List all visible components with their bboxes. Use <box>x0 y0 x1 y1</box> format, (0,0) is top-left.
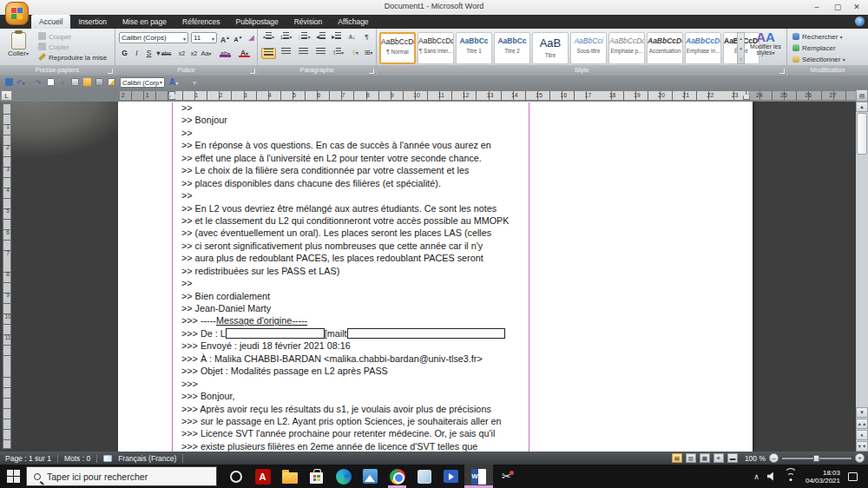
change-styles-button[interactable]: AA Modifier les styles▾ <box>746 30 785 66</box>
films-tv-icon[interactable] <box>437 465 464 488</box>
style-sans-interligne[interactable]: AaBbCcDd¶ Sans inter... <box>418 32 454 64</box>
edit-icon[interactable] <box>106 78 116 88</box>
ruler-toggle-icon[interactable]: ▤ <box>856 89 868 102</box>
doc-line[interactable]: >>> Bonjour, <box>181 390 702 402</box>
doc-line[interactable]: >>> Envoyé : jeudi 18 février 2021 08:16 <box>181 340 702 352</box>
replace-button[interactable]: Remplacer <box>792 43 836 54</box>
print-preview-icon[interactable] <box>69 78 80 88</box>
page-indicator[interactable]: Page : 1 sur 1 <box>5 454 51 463</box>
scrollbar-thumb[interactable] <box>857 113 867 155</box>
paste-button[interactable]: Coller▾ <box>3 31 33 64</box>
sort-button[interactable]: A↓ <box>345 32 359 43</box>
word-count[interactable]: Mots : 0 <box>64 454 90 463</box>
doc-line[interactable]: >> <box>181 102 702 114</box>
dialog-launcher-icon[interactable] <box>369 69 374 74</box>
taskbar-search-input[interactable]: Taper ici pour rechercher <box>26 466 217 486</box>
dialog-launcher-icon[interactable] <box>779 69 785 74</box>
zoom-in-button[interactable]: + <box>855 453 865 463</box>
show-paragraph-marks-button[interactable]: ¶ <box>359 32 374 43</box>
doc-line[interactable]: >>> À : Malika CHABBI-BARDAN <malika.cha… <box>181 353 702 365</box>
doc-line[interactable]: >>> existe plusieurs filières en 2eme an… <box>181 440 702 452</box>
borders-button[interactable]: ⊞▾ <box>361 48 376 59</box>
doc-line[interactable]: >> Jean-Daniel Marty <box>181 302 702 314</box>
close-button[interactable]: ✕ <box>847 1 866 13</box>
bold-button[interactable]: G <box>119 48 130 59</box>
style-gallery-scroll[interactable]: ▴▾▿ <box>737 32 745 64</box>
print-icon[interactable] <box>94 78 104 88</box>
doc-line[interactable]: >>> <box>181 378 702 390</box>
help-icon[interactable]: ? <box>855 16 865 26</box>
microsoft-store-icon[interactable] <box>303 465 330 488</box>
font-family-combo[interactable]: ▾Calibri (Corps) <box>119 32 188 43</box>
vertical-scrollbar[interactable]: ▤ ▲ ▼ ▲▲ ● ▼▼ <box>856 89 868 452</box>
print-layout-view-button[interactable]: ▤ <box>672 453 682 463</box>
style-emphase-pale[interactable]: AaBbCcDdEmphase p... <box>608 32 645 64</box>
style-normal[interactable]: AaBbCcDd¶ Normal <box>379 32 416 64</box>
cortana-icon[interactable] <box>222 465 249 488</box>
style-titre[interactable]: AaBTitre <box>532 32 569 64</box>
open-folder-icon[interactable] <box>82 78 92 88</box>
web-layout-view-button[interactable]: ▦ <box>700 453 710 463</box>
change-case-button[interactable]: Aa▾ <box>201 48 212 59</box>
scroll-up-icon[interactable]: ▲ <box>856 102 868 112</box>
grow-font-button[interactable]: A▲ <box>220 32 231 43</box>
undo-icon[interactable]: ↶▾ <box>16 78 26 88</box>
doc-line[interactable]: >> <box>181 127 702 139</box>
dialog-launcher-icon[interactable] <box>108 69 113 74</box>
doc-line[interactable]: >> <box>181 189 702 201</box>
style-emphase-intense[interactable]: AaBbCcDcEmphase in... <box>685 32 721 64</box>
tab-mise-en-page[interactable]: Mise en page <box>115 15 174 29</box>
shrink-font-button[interactable]: A▼ <box>233 32 244 43</box>
volume-icon[interactable] <box>767 472 777 481</box>
draft-view-button[interactable]: ▬ <box>727 453 738 463</box>
doc-line[interactable]: >>> sur le passage en L2. Ayant pris opt… <box>181 415 702 427</box>
doc-line[interactable]: >>> Licence SVT l'année prochaine pour r… <box>181 427 702 439</box>
word-taskbar-icon[interactable]: W <box>464 465 493 488</box>
justify-button[interactable] <box>313 48 328 59</box>
qat-font-combo[interactable]: ▾Calibri (Corp <box>120 77 165 88</box>
select-button[interactable]: Sélectionner ▾ <box>792 54 845 65</box>
superscript-button[interactable]: x2 <box>188 48 200 59</box>
browse-object-icon[interactable]: ● <box>856 430 868 440</box>
fullscreen-view-button[interactable]: ▥ <box>686 453 696 463</box>
zoom-out-button[interactable]: – <box>769 453 779 463</box>
proofing-icon[interactable] <box>103 455 112 462</box>
font-color-quick-icon[interactable]: A▾ <box>169 77 178 87</box>
zoom-level[interactable]: 100 % <box>745 454 766 463</box>
doc-line[interactable]: >> redistribuées sur les PASS et LAS) <box>181 265 702 277</box>
doc-line[interactable]: >> Le choix de la filière sera condition… <box>181 164 702 176</box>
doc-line[interactable]: >>> Objet : Modalités passage en L2 aprè… <box>181 365 702 377</box>
italic-button[interactable]: I <box>131 48 142 59</box>
tray-expand-icon[interactable]: ∧ <box>753 472 760 481</box>
font-size-combo[interactable]: ▾11 <box>191 32 217 43</box>
copy-button[interactable]: Copier <box>38 43 69 53</box>
dialog-launcher-icon[interactable] <box>250 69 255 74</box>
photos-icon[interactable] <box>357 465 384 488</box>
action-center-icon[interactable] <box>848 472 858 481</box>
save-icon[interactable] <box>3 78 14 88</box>
style-titre-1[interactable]: AaBbCcTitre 1 <box>456 32 492 64</box>
language-indicator[interactable]: Français (France) <box>118 454 176 463</box>
doc-line[interactable]: >>> Après avoir reçu les résultats du s1… <box>181 403 702 415</box>
edge-icon[interactable] <box>330 465 357 488</box>
tab-revision[interactable]: Révision <box>286 15 331 29</box>
subscript-button[interactable]: x2 <box>176 48 187 59</box>
tab-insertion[interactable]: Insertion <box>70 15 115 29</box>
highlight-color-button[interactable]: ab▾ <box>220 48 231 57</box>
start-button[interactable] <box>0 465 26 488</box>
vertical-ruler[interactable]: 1234567891011 <box>3 103 11 449</box>
doc-line[interactable]: >> (avec éventuellement un oral). Les pl… <box>181 227 702 239</box>
outline-view-button[interactable]: ≡ <box>713 453 724 463</box>
zoom-slider-thumb[interactable] <box>813 455 819 462</box>
multilevel-list-button[interactable]: ⋮▾ <box>296 32 311 43</box>
align-left-button[interactable] <box>261 48 276 59</box>
style-accentuation[interactable]: AaBbCcDdAccentuation <box>647 32 683 64</box>
notes-icon[interactable] <box>411 465 437 488</box>
doc-line[interactable]: >> En L2 vous devriez être mélangé aux a… <box>181 202 702 214</box>
format-painter-button[interactable]: Reproduire la mise en forme <box>38 53 115 63</box>
wifi-icon[interactable] <box>785 472 798 481</box>
strikethrough-button[interactable]: abc <box>161 48 172 59</box>
file-explorer-icon[interactable] <box>276 465 303 488</box>
zoom-slider[interactable] <box>782 458 852 459</box>
chrome-icon[interactable] <box>384 465 411 488</box>
